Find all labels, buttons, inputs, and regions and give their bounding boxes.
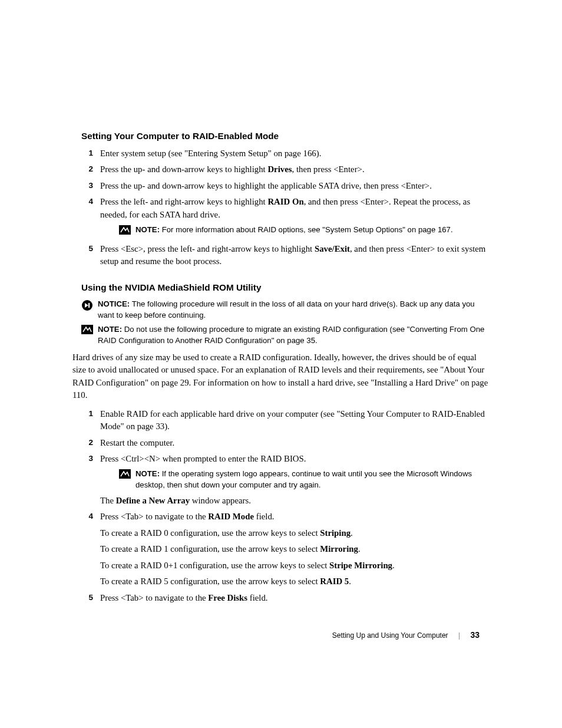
step-followup: To create a RAID 1 configuration, use th…: [100, 543, 491, 555]
step-body: Press the left- and right-arrow keys to …: [100, 196, 491, 239]
note-icon: [119, 225, 135, 235]
step-body: Press <Ctrl><N> when prompted to enter t…: [100, 453, 491, 507]
step-item: 2Restart the computer.: [81, 437, 491, 449]
heading-mediashield: Using the NVIDIA MediaShield ROM Utility: [81, 282, 491, 293]
step-number: 4: [81, 510, 93, 522]
step-number: 3: [81, 180, 93, 192]
step-body: Restart the computer.: [100, 437, 491, 449]
step-body: Press <Tab> to navigate to the RAID Mode…: [100, 510, 491, 588]
step-body: Press the up- and down-arrow keys to hig…: [100, 180, 491, 192]
step-item: 5Press <Tab> to navigate to the Free Dis…: [81, 592, 491, 604]
step-body: Enable RAID for each applicable hard dri…: [100, 408, 491, 433]
step-followup: The Define a New Array window appears.: [100, 495, 491, 507]
step-item: 3Press the up- and down-arrow keys to hi…: [81, 180, 491, 192]
notice-icon: [81, 299, 98, 311]
step-number: 1: [81, 147, 93, 159]
notice-text: NOTICE: The following procedure will res…: [98, 299, 491, 321]
note-icon: [81, 324, 98, 334]
note-text: NOTE: If the operating system logo appea…: [135, 469, 491, 490]
note-row-top: NOTE: Do not use the following procedure…: [81, 324, 491, 346]
step-body: Enter system setup (see "Entering System…: [100, 147, 491, 160]
step-body: Press <Esc>, press the left- and right-a…: [100, 243, 491, 268]
steps-section2: 1Enable RAID for each applicable hard dr…: [81, 408, 491, 604]
step-number: 2: [81, 437, 93, 449]
page-footer: Setting Up and Using Your Computer | 33: [332, 630, 480, 640]
step-body: Press the up- and down-arrow keys to hig…: [100, 163, 491, 176]
note-row: NOTE: For more information about RAID op…: [119, 225, 491, 236]
step-followup: To create a RAID 0+1 configuration, use …: [100, 559, 491, 572]
step-item: 1Enable RAID for each applicable hard dr…: [81, 408, 491, 433]
step-item: 4Press the left- and right-arrow keys to…: [81, 196, 491, 239]
step-number: 1: [81, 408, 93, 420]
steps-section1: 1Enter system setup (see "Entering Syste…: [81, 147, 491, 268]
step-number: 2: [81, 163, 93, 175]
notice-row: NOTICE: The following procedure will res…: [81, 299, 491, 321]
svg-rect-2: [88, 303, 90, 308]
footer-title: Setting Up and Using Your Computer: [332, 631, 448, 640]
footer-separator: |: [458, 631, 460, 640]
step-item: 4Press <Tab> to navigate to the RAID Mod…: [81, 510, 491, 588]
step-item: 2Press the up- and down-arrow keys to hi…: [81, 163, 491, 176]
step-followup: To create a RAID 0 configuration, use th…: [100, 527, 491, 539]
step-item: 1Enter system setup (see "Entering Syste…: [81, 147, 491, 160]
note-icon: [119, 469, 135, 479]
heading-raid-enabled: Setting Your Computer to RAID-Enabled Mo…: [81, 131, 491, 141]
step-number: 5: [81, 592, 93, 604]
step-item: 3Press <Ctrl><N> when prompted to enter …: [81, 453, 491, 507]
step-number: 4: [81, 196, 93, 207]
step-number: 5: [81, 243, 93, 255]
note-row: NOTE: If the operating system logo appea…: [119, 469, 491, 490]
note-text: NOTE: For more information about RAID op…: [135, 225, 491, 236]
step-body: Press <Tab> to navigate to the Free Disk…: [100, 592, 491, 604]
note-text-top: NOTE: Do not use the following procedure…: [98, 324, 491, 346]
step-number: 3: [81, 453, 93, 465]
step-followup: To create a RAID 5 configuration, use th…: [100, 575, 491, 588]
page: Setting Your Computer to RAID-Enabled Mo…: [0, 0, 562, 728]
page-number: 33: [470, 630, 480, 640]
step-item: 5Press <Esc>, press the left- and right-…: [81, 243, 491, 268]
body-paragraph: Hard drives of any size may be used to c…: [72, 351, 491, 402]
